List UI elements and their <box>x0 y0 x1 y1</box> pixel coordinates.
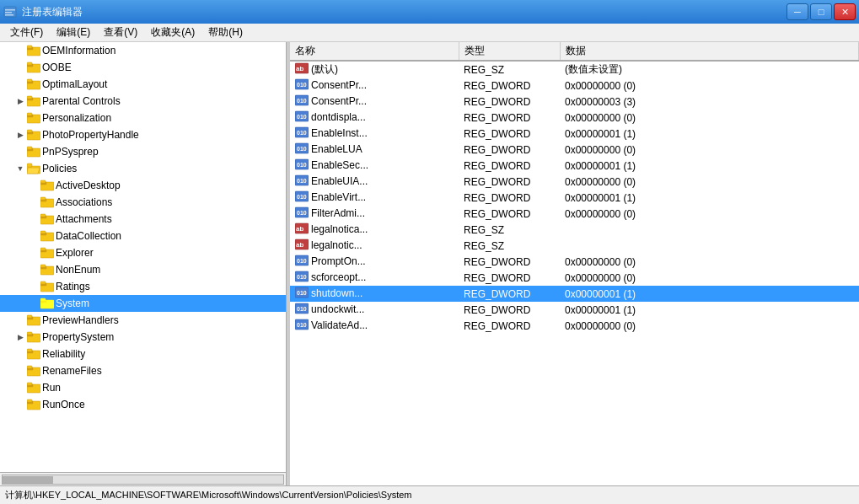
tree-node-photopropertyhandle[interactable]: ▶ PhotoPropertyHandle <box>0 126 286 143</box>
expand-arrow-personalization[interactable] <box>13 111 27 125</box>
svg-rect-30 <box>40 180 46 183</box>
expand-arrow-propertysystem[interactable]: ▶ <box>13 330 27 344</box>
svg-rect-18 <box>27 113 32 115</box>
tree-node-activedesktop[interactable]: ActiveDesktop <box>0 177 286 194</box>
table-row[interactable]: 010 PromptOn...REG_DWORD0x00000000 (0) <box>290 254 859 270</box>
tree-node-explorer[interactable]: Explorer <box>0 244 286 261</box>
dword-icon: 010 <box>295 174 309 189</box>
dword-icon: 010 <box>295 206 309 221</box>
tree-node-nonenum[interactable]: NonEnum <box>0 261 286 278</box>
table-row[interactable]: 010 dontdispla...REG_DWORD0x00000000 (0) <box>290 110 859 126</box>
table-row[interactable]: 010 undockwit...REG_DWORD0x00000001 (1) <box>290 302 859 318</box>
reg-data-cell: 0x00000000 (0) <box>560 78 859 94</box>
table-row[interactable]: 010 EnableInst...REG_DWORD0x00000001 (1) <box>290 126 859 142</box>
table-row[interactable]: 010 EnableSec...REG_DWORD0x00000001 (1) <box>290 158 859 174</box>
tree-node-reliability[interactable]: Reliability <box>0 346 286 362</box>
tree-node-parentalcontrols[interactable]: ▶ Parental Controls <box>0 93 286 110</box>
col-data[interactable]: 数据 <box>560 42 859 61</box>
maximize-button[interactable]: □ <box>810 3 832 20</box>
table-row[interactable]: 010 FilterAdmi...REG_DWORD0x00000000 (0) <box>290 206 859 222</box>
menu-edit[interactable]: 编辑(E) <box>50 24 97 41</box>
expand-arrow-oobe[interactable] <box>13 61 27 74</box>
tree-node-ratings[interactable]: Ratings <box>0 278 286 295</box>
table-row[interactable]: 010 EnableUIA...REG_DWORD0x00000000 (0) <box>290 174 859 190</box>
expand-arrow-attachments[interactable] <box>27 212 40 226</box>
expand-arrow-photopropertyhandle[interactable]: ▶ <box>13 128 27 142</box>
expand-arrow-activedesktop[interactable] <box>27 179 40 192</box>
table-row[interactable]: 010 EnableVirt...REG_DWORD0x00000001 (1) <box>290 190 859 206</box>
svg-text:010: 010 <box>297 194 307 200</box>
table-row[interactable]: 010 shutdown...REG_DWORD0x00000001 (1) <box>290 286 859 302</box>
folder-icon-policies <box>27 163 40 174</box>
table-row[interactable]: 010 ValidateAd...REG_DWORD0x00000000 (0) <box>290 318 859 334</box>
table-row[interactable]: 010 ConsentPr...REG_DWORD0x00000003 (3) <box>290 94 859 110</box>
reg-type-cell: REG_DWORD <box>459 158 560 174</box>
col-name[interactable]: 名称 <box>290 42 459 61</box>
svg-rect-15 <box>27 96 32 99</box>
expand-arrow-system[interactable] <box>27 297 40 310</box>
reg-name-cell: 010 EnableInst... <box>290 126 459 142</box>
table-row[interactable]: ab legalnotica...REG_SZ <box>290 222 859 238</box>
tree-label-attachments: Attachments <box>56 213 112 225</box>
tree-label-system: System <box>56 298 89 309</box>
tree-scroll[interactable]: OEMInformation OOBE OptimalLayout▶ Paren… <box>0 42 286 472</box>
tree-node-runonce[interactable]: RunOnce <box>0 396 286 413</box>
table-row[interactable]: 010 ConsentPr...REG_DWORD0x00000000 (0) <box>290 78 859 94</box>
expand-arrow-policies[interactable]: ▼ <box>13 162 27 175</box>
col-type[interactable]: 类型 <box>459 42 560 61</box>
close-button[interactable]: ✕ <box>834 3 856 20</box>
menu-file[interactable]: 文件(F) <box>3 24 50 41</box>
expand-arrow-explorer[interactable] <box>27 246 40 260</box>
expand-arrow-parentalcontrols[interactable]: ▶ <box>13 94 27 108</box>
menu-view[interactable]: 查看(V) <box>97 24 144 41</box>
expand-arrow-optimallayout[interactable] <box>13 78 27 91</box>
reg-data-cell <box>560 222 859 238</box>
tree-label-ratings: Ratings <box>56 281 90 292</box>
tree-node-propertysystem[interactable]: ▶ PropertySystem <box>0 329 286 346</box>
menu-help[interactable]: 帮助(H) <box>201 24 250 41</box>
svg-text:010: 010 <box>297 98 307 104</box>
tree-node-run[interactable]: Run <box>0 379 286 396</box>
svg-text:010: 010 <box>297 114 307 120</box>
tree-node-oeminformation[interactable]: OEMInformation <box>0 42 286 59</box>
expand-arrow-renamefiles[interactable] <box>13 364 27 378</box>
svg-rect-26 <box>27 164 32 167</box>
tree-node-attachments[interactable]: Attachments <box>0 211 286 228</box>
expand-arrow-oeminformation[interactable] <box>13 44 27 57</box>
string-icon: ab <box>295 239 309 253</box>
table-row[interactable]: ab (默认)REG_SZ(数值未设置) <box>290 61 859 78</box>
reg-name-cell: ab legalnotic... <box>290 238 459 254</box>
tree-node-pnpsysprep[interactable]: PnPSysprep <box>0 143 286 160</box>
tree-node-policies[interactable]: ▼ Policies <box>0 160 286 177</box>
expand-arrow-reliability[interactable] <box>13 347 27 361</box>
reg-type-cell: REG_SZ <box>459 61 560 78</box>
tree-node-system[interactable]: System <box>0 295 286 312</box>
tree-node-previewhandlers[interactable]: PreviewHandlers <box>0 312 286 329</box>
tree-label-run: Run <box>42 382 61 394</box>
expand-arrow-associations[interactable] <box>27 196 40 209</box>
expand-arrow-run[interactable] <box>13 381 27 394</box>
tree-node-oobe[interactable]: OOBE <box>0 59 286 76</box>
expand-arrow-runonce[interactable] <box>13 398 27 411</box>
expand-arrow-previewhandlers[interactable] <box>13 314 27 327</box>
minimize-button[interactable]: ─ <box>787 3 808 20</box>
tree-node-associations[interactable]: Associations <box>0 194 286 211</box>
reg-data-cell: 0x00000000 (0) <box>560 318 859 334</box>
table-row[interactable]: 010 EnableLUAREG_DWORD0x00000000 (0) <box>290 142 859 158</box>
registry-scroll[interactable]: 名称 类型 数据 ab (默认)REG_SZ(数值未设置) 010 Consen… <box>290 42 859 485</box>
menu-favorites[interactable]: 收藏夹(A) <box>144 24 201 41</box>
tree-node-renamefiles[interactable]: RenameFiles <box>0 362 286 379</box>
dword-icon: 010 <box>295 271 309 285</box>
tree-hscroll[interactable] <box>0 472 286 485</box>
expand-arrow-ratings[interactable] <box>27 280 40 293</box>
tree-label-previewhandlers: PreviewHandlers <box>42 314 119 326</box>
expand-arrow-datacollection[interactable] <box>27 229 40 243</box>
table-row[interactable]: ab legalnotic...REG_SZ <box>290 238 859 254</box>
reg-data-cell: 0x00000003 (3) <box>560 94 859 110</box>
tree-node-personalization[interactable]: Personalization <box>0 110 286 126</box>
tree-node-optimallayout[interactable]: OptimalLayout <box>0 76 286 93</box>
tree-node-datacollection[interactable]: DataCollection <box>0 228 286 244</box>
table-row[interactable]: 010 scforceopt...REG_DWORD0x00000000 (0) <box>290 270 859 286</box>
expand-arrow-pnpsysprep[interactable] <box>13 145 27 158</box>
expand-arrow-nonenum[interactable] <box>27 263 40 276</box>
